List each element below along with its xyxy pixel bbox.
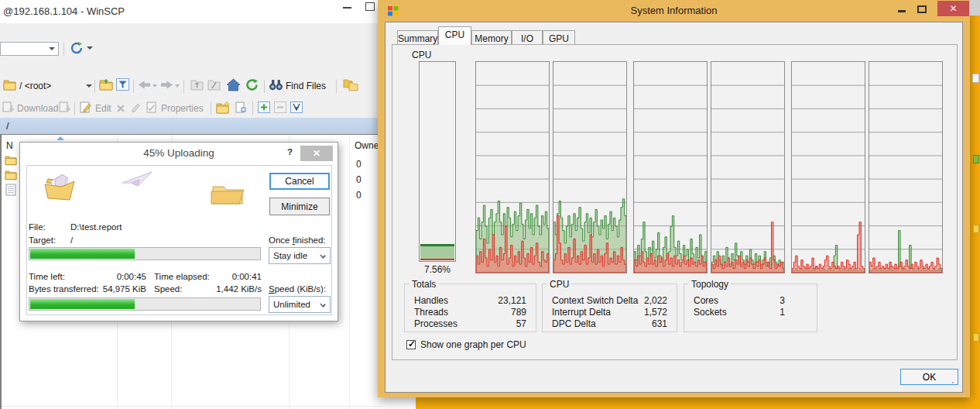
close-icon: ✕ (300, 148, 333, 159)
speed-label: Speed: (154, 284, 182, 294)
once-finished-label: Once finished: (269, 235, 326, 245)
cpu-interrupt-value: 1,572 (636, 307, 667, 318)
time-elapsed-label: Time elapsed: (154, 272, 210, 281)
cancel-button[interactable]: Cancel (269, 173, 330, 190)
parent-directory-icon[interactable] (190, 79, 204, 91)
select-mask-icon[interactable] (290, 101, 303, 113)
open-directory-icon[interactable] (99, 78, 113, 91)
time-left-value: 0:00:45 (98, 272, 146, 281)
winscp-title-bar: @192.168.1.104 - WinSCP (0, 0, 416, 23)
remove-icon[interactable] (274, 101, 286, 113)
add-icon[interactable] (258, 101, 270, 113)
edit-label[interactable]: Edit (95, 103, 111, 114)
resize-grip[interactable] (951, 381, 959, 389)
target-label: Target: (29, 235, 56, 245)
cpu-usage-gauge (419, 61, 456, 262)
dialog-close-button[interactable]: ✕ (300, 146, 333, 161)
dialog-title-bar: 45% Uploading ? ✕ (20, 143, 338, 163)
path-text: / (6, 120, 9, 132)
system-information-window: System Information ✕ Summary CPU Memory … (378, 0, 970, 397)
address-combobox-value[interactable]: / <root> (19, 81, 51, 91)
folder-row-icon[interactable] (5, 155, 17, 166)
delete-icon[interactable]: ✕ (116, 102, 125, 115)
sync-browsing-icon[interactable] (343, 78, 358, 91)
target-folder-icon (210, 180, 245, 205)
total-progress-bar (29, 297, 261, 311)
new-folder-icon[interactable] (216, 101, 231, 114)
total-progress-fill (30, 299, 135, 309)
new-file-icon[interactable] (235, 101, 247, 113)
find-files-label[interactable]: Find Files (286, 81, 326, 91)
totals-threads-value: 789 (475, 307, 526, 318)
time-elapsed-value: 0:00:41 (213, 272, 262, 281)
sysinfo-close-button[interactable]: ✕ (937, 1, 969, 16)
folder-row-icon[interactable] (5, 170, 17, 180)
desktop-icon[interactable] (972, 74, 979, 83)
synchronize-icon[interactable] (68, 40, 85, 56)
file-row-icon[interactable] (5, 184, 17, 196)
ok-button[interactable]: OK (900, 369, 958, 385)
cpu-dpc-value: 631 (636, 318, 667, 329)
forward-caret[interactable] (175, 84, 180, 88)
session-dropdown-caret[interactable] (87, 46, 93, 50)
cpu-cswitch-label: Context Switch Delta (552, 295, 638, 306)
topology-cores-value: 3 (754, 295, 785, 306)
back-caret[interactable] (152, 84, 157, 88)
show-one-graph-checkbox[interactable]: ✓ (406, 340, 416, 349)
download-options-icon[interactable] (59, 101, 72, 113)
forward-arrow-icon[interactable] (161, 81, 173, 89)
address-dropdown-caret[interactable] (86, 84, 92, 88)
winscp-path-bar[interactable]: / (0, 118, 379, 134)
cpu-graph-2 (633, 61, 708, 273)
cpu-graph-1 (553, 61, 627, 273)
topology-cores-label: Cores (694, 295, 718, 306)
edit-icon[interactable] (80, 101, 92, 113)
winscp-session-toolbar (0, 37, 416, 60)
binoculars-icon[interactable] (269, 79, 283, 91)
paper-plane-icon (121, 170, 153, 189)
download-icon[interactable] (2, 101, 15, 113)
sysinfo-title-text: System Information (378, 5, 970, 16)
winscp-title-text: @192.168.1.104 - WinSCP (3, 5, 125, 17)
tab-io[interactable]: I/O (512, 30, 543, 45)
topology-sockets-label: Sockets (694, 307, 727, 318)
sysinfo-content: Summary CPU Memory I/O GPU CPU 7.56% Tot… (385, 22, 963, 393)
owner-cell: 0 (356, 174, 362, 185)
totals-groupbox: Totals Handles 23,121 Threads 789 Proces… (404, 284, 536, 332)
help-button[interactable]: ? (287, 147, 293, 156)
back-arrow-icon[interactable] (139, 81, 150, 89)
chevron-down-icon (320, 253, 326, 259)
sysinfo-minimize-button[interactable] (898, 10, 906, 12)
desktop-icon[interactable] (973, 225, 979, 233)
cpu-tab-page: CPU 7.56% Totals Handles 23,121 Threads … (392, 44, 958, 360)
session-combobox[interactable] (0, 42, 59, 56)
file-label: File: (29, 222, 46, 232)
properties-label[interactable]: Properties (161, 103, 204, 114)
name-column-header[interactable]: N (6, 140, 13, 151)
minimize-button[interactable]: Minimize (269, 198, 330, 215)
tab-cpu[interactable]: CPU (438, 26, 471, 45)
rename-icon[interactable] (130, 101, 142, 113)
tab-summary[interactable]: Summary (397, 30, 438, 45)
tab-memory[interactable]: Memory (471, 30, 512, 45)
sysinfo-maximize-button[interactable] (917, 5, 927, 13)
totals-handles-label: Handles (414, 295, 448, 306)
speed-limit-select[interactable]: Unlimited (269, 296, 331, 313)
download-label[interactable]: Download (17, 103, 58, 114)
home-icon[interactable] (226, 78, 241, 91)
tab-gpu[interactable]: GPU (543, 30, 575, 45)
file-value: D:\test.report (70, 222, 122, 232)
folder-icon (3, 79, 16, 91)
sort-ascending-icon[interactable] (57, 136, 64, 140)
totals-processes-value: 57 (475, 318, 526, 329)
once-finished-select[interactable]: Stay idle (269, 247, 331, 264)
filter-icon[interactable] (116, 78, 129, 91)
cpu-graph-3 (711, 61, 785, 273)
owner-cell: 0 (356, 159, 362, 170)
speed-limit-label: Speed (KiB/s): (269, 284, 326, 294)
refresh-icon[interactable] (245, 78, 259, 91)
desktop-icon[interactable] (973, 155, 979, 163)
root-directory-icon[interactable] (207, 79, 221, 91)
desktop-icon[interactable] (973, 333, 979, 342)
properties-icon[interactable] (146, 101, 158, 113)
